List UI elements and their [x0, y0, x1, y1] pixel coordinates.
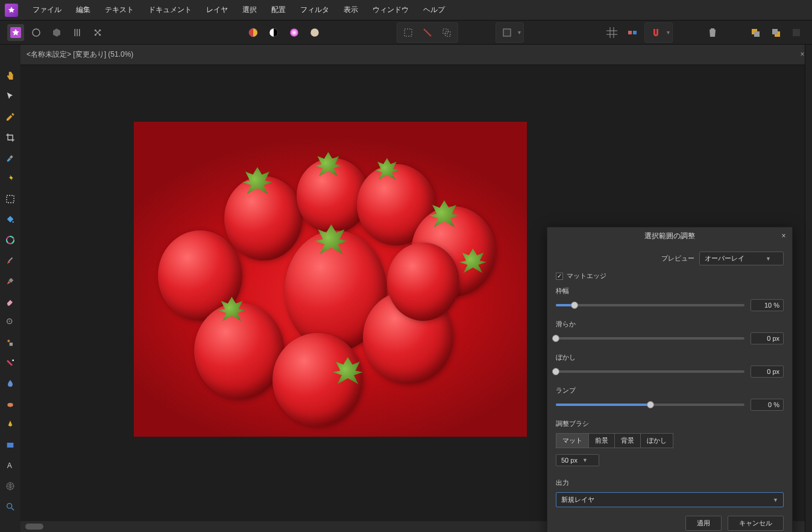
- selection-add-icon[interactable]: [419, 24, 436, 41]
- zoom-tool-icon[interactable]: [3, 499, 17, 514]
- color-picker-icon[interactable]: [3, 110, 17, 124]
- selection-mode-group: [397, 22, 458, 43]
- apply-button[interactable]: 適用: [685, 516, 722, 531]
- svg-point-29: [7, 340, 10, 342]
- healing-icon[interactable]: [3, 171, 17, 186]
- menu-bar: ファイル 編集 テキスト ドキュメント レイヤ 選択 配置 フィルタ 表示 ウィ…: [0, 0, 812, 21]
- retouch-icon[interactable]: [3, 356, 17, 370]
- hand-tool-icon[interactable]: [3, 69, 17, 83]
- menu-arrange[interactable]: 配置: [264, 0, 293, 21]
- menu-help[interactable]: ヘルプ: [416, 0, 452, 21]
- context-toolbar: ▾ ▾: [0, 21, 812, 45]
- menu-document[interactable]: ドキュメント: [141, 0, 199, 21]
- smooth-slider[interactable]: [556, 337, 744, 340]
- close-icon[interactable]: ×: [779, 231, 788, 241]
- cancel-button[interactable]: キャンセル: [728, 516, 784, 531]
- persona-develop-icon[interactable]: [48, 24, 65, 41]
- arrange-back-icon[interactable]: [767, 24, 784, 41]
- svg-point-1: [33, 29, 40, 36]
- right-panel-collapsed[interactable]: [805, 45, 812, 532]
- tools-panel: A: [0, 45, 20, 532]
- menu-edit[interactable]: 編集: [69, 0, 98, 21]
- flood-fill-icon[interactable]: [3, 212, 17, 227]
- paint-brush-icon[interactable]: [3, 253, 17, 268]
- brush-mode-group: マット 前景 背景 ぼかし: [556, 433, 784, 448]
- arrange-placeholder-icon[interactable]: [788, 24, 805, 41]
- trash-icon[interactable]: [704, 24, 721, 41]
- persona-liquify-icon[interactable]: [28, 24, 45, 41]
- gradient-map-icon[interactable]: [245, 24, 262, 41]
- menu-window[interactable]: ウィンドウ: [365, 0, 416, 21]
- svg-rect-10: [404, 29, 412, 36]
- menu-select[interactable]: 選択: [235, 0, 264, 21]
- menu-layer[interactable]: レイヤ: [199, 0, 235, 21]
- menu-file[interactable]: ファイル: [25, 0, 69, 21]
- arrange-front-icon[interactable]: [747, 24, 764, 41]
- feather-value[interactable]: 0 px: [751, 366, 784, 378]
- hsl-icon[interactable]: [286, 24, 303, 41]
- svg-point-23: [12, 221, 14, 223]
- feather-slider[interactable]: [556, 370, 744, 373]
- paint-mixer-icon[interactable]: [3, 233, 17, 247]
- preview-label: プレビュー: [661, 254, 694, 263]
- matte-edge-checkbox[interactable]: マットエッジ: [556, 271, 606, 280]
- brush-background-button[interactable]: 背景: [615, 433, 641, 448]
- marquee-tool-icon[interactable]: [3, 192, 17, 206]
- move-tool-icon[interactable]: [3, 89, 17, 104]
- view-tool-icon[interactable]: [3, 315, 17, 329]
- soft-proof-icon[interactable]: [306, 24, 323, 41]
- persona-photo-icon[interactable]: [7, 24, 24, 41]
- brush-section-label: 調整ブラシ: [556, 419, 784, 428]
- border-value[interactable]: 10 %: [751, 299, 784, 311]
- dialog-titlebar[interactable]: 選択範囲の調整 ×: [547, 227, 792, 244]
- svg-point-8: [290, 28, 298, 37]
- persona-export-icon[interactable]: [89, 24, 106, 41]
- svg-point-32: [7, 403, 13, 407]
- brush-feather-button[interactable]: ぼかし: [641, 433, 673, 448]
- output-select[interactable]: 新規レイヤ ▼: [556, 492, 784, 507]
- brush-matte-button[interactable]: マット: [556, 433, 589, 448]
- selection-brush-icon[interactable]: [3, 151, 17, 165]
- svg-rect-21: [793, 29, 800, 36]
- border-slider[interactable]: [556, 304, 744, 306]
- guides-icon[interactable]: [624, 24, 641, 41]
- brush-size-select[interactable]: 50 px ▼: [556, 454, 599, 466]
- document-tab[interactable]: <名称未設定> [変更あり] (51.0%) ×: [20, 45, 812, 65]
- feather-label: ぼかし: [556, 353, 784, 362]
- blur-tool-icon[interactable]: [3, 376, 17, 391]
- quickmask-icon[interactable]: [499, 24, 515, 41]
- mesh-tool-icon[interactable]: [3, 479, 17, 493]
- clone-icon[interactable]: [3, 335, 17, 350]
- crop-tool-icon[interactable]: [3, 130, 17, 145]
- snap-magnet-icon[interactable]: [647, 24, 664, 41]
- svg-rect-33: [7, 443, 14, 448]
- ramp-value[interactable]: 0 %: [751, 399, 784, 411]
- menu-text[interactable]: テキスト: [98, 0, 141, 21]
- pen-tool-icon[interactable]: [3, 417, 17, 432]
- rectangle-tool-icon[interactable]: [3, 438, 17, 452]
- svg-rect-22: [7, 195, 14, 203]
- selection-new-icon[interactable]: [400, 24, 417, 41]
- preview-select[interactable]: オーバーレイ ▼: [699, 252, 784, 265]
- refine-selection-dialog: 選択範囲の調整 × プレビュー オーバーレイ ▼ マットエッジ 枠幅 1: [547, 227, 793, 532]
- text-tool-icon[interactable]: A: [3, 458, 17, 473]
- grid-icon[interactable]: [603, 24, 620, 41]
- selection-sub-icon[interactable]: [438, 24, 455, 41]
- brush-foreground-button[interactable]: 前景: [589, 433, 615, 448]
- eraser-icon[interactable]: [3, 294, 17, 309]
- persona-tone-icon[interactable]: [69, 24, 86, 41]
- chevron-down-icon: ▼: [582, 457, 588, 463]
- app-icon: [5, 4, 18, 17]
- smudge-icon[interactable]: [3, 397, 17, 411]
- pixel-brush-icon[interactable]: [3, 274, 17, 288]
- menu-view[interactable]: 表示: [336, 0, 365, 21]
- checkbox-icon: [556, 273, 563, 280]
- smooth-value[interactable]: 0 px: [751, 332, 784, 344]
- ramp-slider[interactable]: [556, 404, 744, 406]
- black-white-icon[interactable]: [265, 24, 282, 41]
- canvas-image: [134, 122, 527, 437]
- svg-rect-16: [633, 31, 637, 34]
- menu-filter[interactable]: フィルタ: [293, 0, 336, 21]
- scrollbar-thumb[interactable]: [25, 524, 43, 530]
- svg-point-36: [7, 504, 12, 508]
